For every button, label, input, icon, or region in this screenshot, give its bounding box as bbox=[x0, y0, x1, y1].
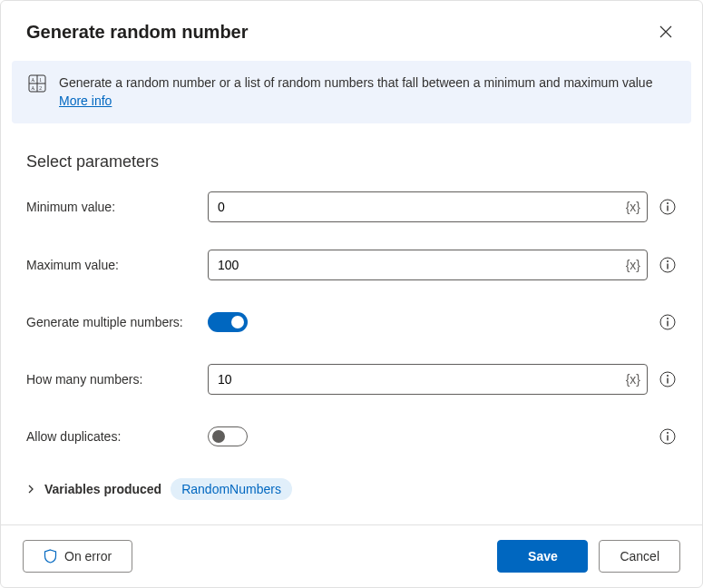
svg-text:1: 1 bbox=[39, 77, 42, 83]
how-many-input[interactable] bbox=[208, 364, 648, 395]
action-type-icon: A 1 A 2 bbox=[28, 74, 46, 93]
save-button[interactable]: Save bbox=[497, 540, 588, 573]
svg-text:A: A bbox=[31, 77, 34, 83]
row-allow-duplicates: Allow duplicates: bbox=[26, 422, 677, 451]
svg-text:2: 2 bbox=[39, 85, 42, 91]
generate-multiple-toggle[interactable] bbox=[208, 312, 248, 332]
info-description: Generate a random number or a list of ra… bbox=[59, 74, 675, 111]
row-how-many: How many numbers: {x} bbox=[26, 364, 677, 395]
dialog-title: Generate random number bbox=[26, 22, 249, 43]
svg-point-12 bbox=[667, 260, 669, 262]
dialog-content: Select parameters Minimum value: {x} Max… bbox=[1, 123, 702, 524]
svg-rect-11 bbox=[667, 263, 668, 269]
svg-point-9 bbox=[667, 202, 669, 204]
svg-rect-20 bbox=[667, 435, 668, 440]
more-info-link[interactable]: More info bbox=[59, 93, 112, 108]
label-generate-multiple: Generate multiple numbers: bbox=[26, 315, 208, 329]
close-icon bbox=[659, 25, 672, 38]
svg-rect-14 bbox=[667, 320, 668, 326]
section-title: Select parameters bbox=[26, 152, 677, 172]
minimum-value-input[interactable] bbox=[208, 191, 648, 222]
chevron-right-icon[interactable] bbox=[26, 485, 35, 494]
variable-chip[interactable]: RandomNumbers bbox=[171, 478, 292, 500]
row-minimum-value: Minimum value: {x} bbox=[26, 191, 677, 222]
variables-produced-label[interactable]: Variables produced bbox=[44, 482, 161, 496]
svg-rect-17 bbox=[667, 377, 668, 383]
svg-point-21 bbox=[667, 432, 669, 434]
info-icon[interactable] bbox=[659, 427, 677, 446]
row-maximum-value: Maximum value: {x} bbox=[26, 250, 677, 280]
dialog-header: Generate random number bbox=[1, 1, 702, 61]
allow-duplicates-toggle[interactable] bbox=[208, 426, 248, 446]
shield-icon bbox=[44, 549, 57, 564]
info-icon[interactable] bbox=[659, 313, 677, 331]
maximum-value-input[interactable] bbox=[208, 250, 648, 280]
on-error-button[interactable]: On error bbox=[23, 540, 132, 573]
svg-point-18 bbox=[667, 375, 669, 377]
svg-point-15 bbox=[667, 318, 669, 319]
label-how-many: How many numbers: bbox=[26, 372, 208, 387]
variable-picker-icon[interactable]: {x} bbox=[626, 258, 640, 272]
svg-text:A: A bbox=[31, 85, 34, 91]
info-icon[interactable] bbox=[659, 198, 677, 216]
variable-picker-icon[interactable]: {x} bbox=[626, 372, 640, 387]
variables-produced-row: Variables produced RandomNumbers bbox=[26, 478, 677, 500]
on-error-label: On error bbox=[64, 549, 112, 564]
cancel-button[interactable]: Cancel bbox=[599, 540, 680, 573]
info-icon[interactable] bbox=[659, 256, 677, 274]
label-allow-duplicates: Allow duplicates: bbox=[26, 429, 208, 444]
dialog-footer: On error Save Cancel bbox=[1, 524, 702, 587]
info-icon[interactable] bbox=[659, 370, 677, 388]
label-minimum: Minimum value: bbox=[26, 200, 208, 214]
close-button[interactable] bbox=[651, 17, 680, 46]
info-banner: A 1 A 2 Generate a random number or a li… bbox=[12, 61, 691, 123]
svg-rect-8 bbox=[667, 205, 668, 211]
variable-picker-icon[interactable]: {x} bbox=[626, 200, 640, 214]
row-generate-multiple: Generate multiple numbers: bbox=[26, 308, 677, 337]
label-maximum: Maximum value: bbox=[26, 258, 208, 272]
